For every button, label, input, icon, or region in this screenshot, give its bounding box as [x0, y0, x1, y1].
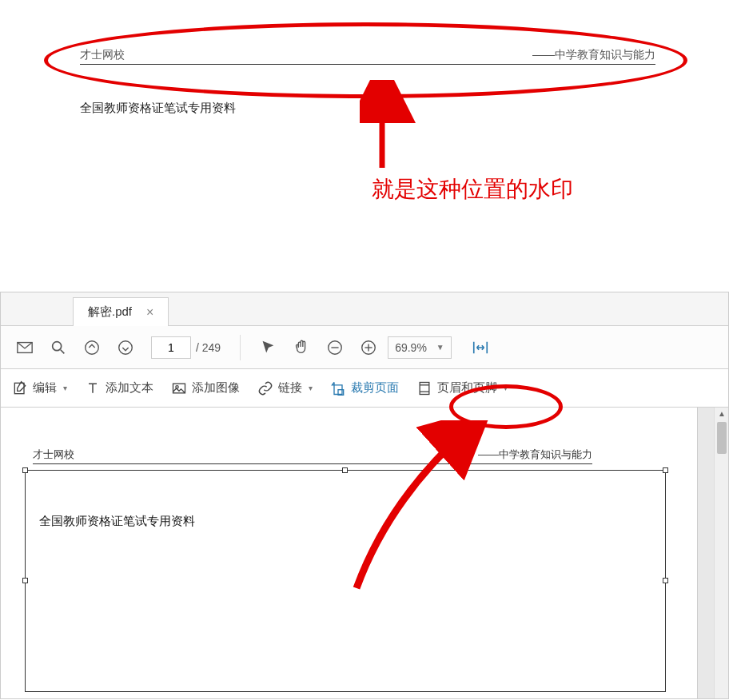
annotation-caption: 就是这种位置的水印 — [372, 174, 573, 205]
search-icon — [50, 339, 67, 356]
chevron-down-icon: ▾ — [504, 384, 508, 392]
svg-point-4 — [86, 340, 99, 354]
chevron-down-icon: ▼ — [436, 343, 444, 352]
edit-toolbar: 编辑 ▾ 添加文本 添加图像 链接 ▾ 裁剪页面 页眉和页脚 ▾ — [1, 369, 728, 408]
prev-page-button[interactable] — [78, 333, 106, 362]
link-button[interactable]: 链接 ▾ — [249, 376, 321, 401]
document-page[interactable]: 才士网校 ——中学教育知识与能力 全国教师资格证笔试专用资料 — [1, 408, 698, 698]
toolbar-separator — [240, 335, 241, 360]
document-body-text: 全国教师资格证笔试专用资料 — [80, 101, 655, 116]
arrow-down-circle-icon — [117, 339, 134, 356]
tab-file[interactable]: 解密.pdf × — [73, 297, 169, 326]
vertical-scrollbar[interactable]: ▲ — [714, 408, 728, 698]
document-preview: 才士网校 ——中学教育知识与能力 全国教师资格证笔试专用资料 — [80, 48, 655, 116]
hand-icon — [293, 339, 310, 356]
add-text-button[interactable]: 添加文本 — [77, 376, 161, 401]
document-header-line: 才士网校 ——中学教育知识与能力 — [80, 48, 655, 65]
page-number-control: / 249 — [151, 336, 221, 359]
plus-circle-icon — [360, 339, 377, 356]
document-viewport[interactable]: 才士网校 ——中学教育知识与能力 全国教师资格证笔试专用资料 ▲ — [1, 408, 728, 698]
resize-handle[interactable] — [663, 467, 668, 473]
chevron-down-icon: ▾ — [63, 384, 67, 392]
svg-point-2 — [53, 341, 62, 350]
page-header-line: 才士网校 ——中学教育知识与能力 — [33, 447, 592, 464]
main-toolbar: / 249 69.9% ▼ — [1, 326, 728, 369]
scroll-up-arrow-icon[interactable]: ▲ — [718, 409, 726, 418]
svg-line-3 — [61, 349, 65, 353]
resize-handle[interactable] — [663, 578, 668, 583]
crop-selection-box[interactable] — [25, 470, 666, 692]
text-icon — [85, 380, 101, 396]
header-left-text: 才士网校 — [80, 48, 125, 62]
crop-page-button[interactable]: 裁剪页面 — [322, 376, 407, 401]
add-image-button[interactable]: 添加图像 — [163, 376, 248, 401]
link-icon — [257, 380, 273, 396]
zoom-level-dropdown[interactable]: 69.9% ▼ — [388, 336, 452, 359]
zoom-level-value: 69.9% — [395, 341, 427, 354]
pdf-editor-window: 解密.pdf × / 249 — [0, 292, 729, 699]
selection-tool-button[interactable] — [253, 333, 282, 362]
resize-handle[interactable] — [342, 467, 348, 473]
header-right-text: ——中学教育知识与能力 — [532, 48, 655, 62]
header-footer-icon — [416, 380, 432, 396]
header-footer-label: 页眉和页脚 — [437, 380, 497, 396]
hand-tool-button[interactable] — [287, 333, 316, 362]
minus-circle-icon — [326, 339, 344, 356]
page-header-left: 才士网校 — [33, 447, 74, 462]
scroll-thumb[interactable] — [717, 422, 727, 454]
crop-page-icon — [330, 380, 346, 396]
tab-bar: 解密.pdf × — [1, 292, 728, 326]
svg-point-5 — [119, 340, 133, 354]
close-icon[interactable]: × — [146, 305, 153, 320]
resize-handle[interactable] — [22, 467, 28, 473]
top-annotated-preview: 才士网校 ——中学教育知识与能力 全国教师资格证笔试专用资料 就是这种位置的水印 — [0, 0, 729, 288]
fit-width-button[interactable] — [466, 333, 495, 362]
page-total-label: / 249 — [196, 341, 221, 354]
mail-icon — [16, 339, 34, 356]
svg-rect-15 — [420, 382, 429, 394]
page-number-input[interactable] — [151, 336, 191, 359]
edit-label: 编辑 — [33, 380, 57, 396]
next-page-button[interactable] — [111, 333, 140, 362]
crop-page-label: 裁剪页面 — [351, 380, 399, 396]
edit-button[interactable]: 编辑 ▾ — [4, 376, 75, 401]
resize-handle[interactable] — [22, 578, 28, 583]
fit-width-icon — [472, 339, 489, 356]
cursor-icon — [259, 339, 277, 356]
arrow-up-circle-icon — [83, 339, 101, 356]
page-header-right: ——中学教育知识与能力 — [478, 447, 592, 462]
add-text-label: 添加文本 — [106, 380, 153, 396]
chevron-down-icon: ▾ — [309, 384, 313, 392]
image-icon — [171, 380, 187, 396]
zoom-out-button[interactable] — [321, 333, 349, 362]
tab-title: 解密.pdf — [88, 304, 132, 320]
header-footer-button[interactable]: 页眉和页脚 ▾ — [408, 376, 516, 401]
add-image-label: 添加图像 — [192, 380, 240, 396]
mail-button[interactable] — [10, 333, 39, 362]
search-button[interactable] — [44, 333, 73, 362]
zoom-in-button[interactable] — [354, 333, 383, 362]
edit-icon — [12, 380, 28, 396]
link-label: 链接 — [278, 380, 302, 396]
